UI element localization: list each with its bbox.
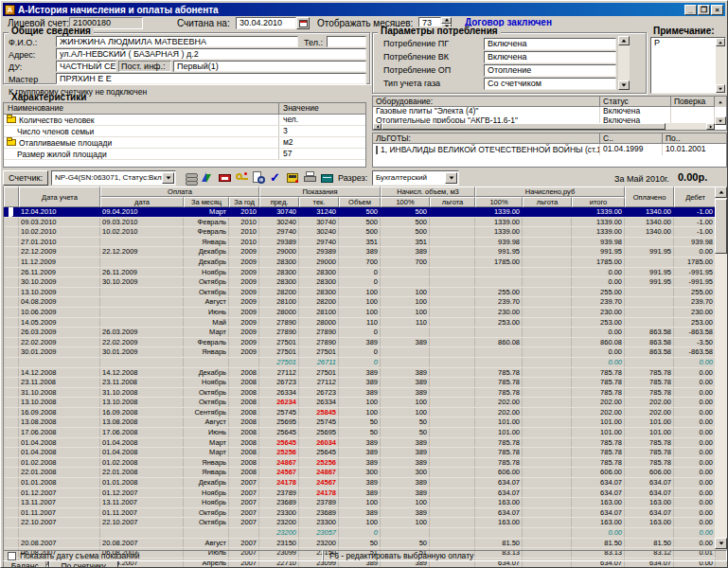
scroll-thumb[interactable] (715, 199, 727, 254)
equipment-col-check[interactable]: Поверка (671, 97, 715, 107)
equipment-hscrollbar[interactable] (373, 123, 715, 130)
equipment-title[interactable]: Оборудование: (373, 97, 600, 107)
header-date-uch[interactable]: Дата учета (19, 186, 100, 207)
scroll-down-icon[interactable] (715, 116, 726, 125)
chevron-down-icon[interactable] (162, 172, 174, 184)
table-row[interactable]: 275012671100.000.00 (4, 358, 716, 368)
post-info-input[interactable]: Первый(1) (173, 61, 366, 72)
table-row[interactable]: Отапливаемые площадим2 (4, 137, 365, 149)
table-row[interactable]: Число членов семьи3 (4, 126, 365, 137)
table-row[interactable]: 26.03.200926.03.2009Март2009278902789000… (4, 328, 716, 338)
header-nachisl-obem[interactable]: Начисл. объем, м3 (381, 186, 475, 197)
header-100-obem[interactable]: 100% (381, 197, 430, 207)
master-input[interactable]: ПРЯХИН Е Е (56, 73, 366, 84)
table-row[interactable]: 10.02.201010.02.2010Февраль2010297403024… (4, 227, 716, 238)
scroll-down-icon[interactable] (716, 84, 725, 93)
header-100-rub[interactable]: 100% (475, 197, 523, 207)
table-row[interactable]: 11.12.2009Декабрь20092830029000700700178… (4, 257, 716, 268)
header-oplacheno[interactable]: Оплачено (625, 186, 674, 207)
table-row[interactable]: 30.01.200930.01.2009Январь20092750127501… (4, 347, 716, 358)
table-row[interactable]: 13.10.2009Октябрь20092820028300100100255… (4, 288, 716, 298)
table-row[interactable]: 30.10.200930.10.2009Октябрь2009283002830… (4, 277, 716, 288)
benefit-checkbox[interactable] (376, 146, 378, 154)
table-row[interactable]: 20.08.200720.08.2007Август20072315023200… (4, 539, 716, 549)
consumption-param-value[interactable]: Включена (484, 51, 616, 63)
table-row[interactable]: 04.08.2009Август20092810028200100100239.… (4, 297, 716, 308)
header-oplata[interactable]: Оплата (100, 186, 259, 197)
equipment-col-status[interactable]: Статус (600, 97, 671, 107)
table-row[interactable]: 31.10.200831.10.2008Октябрь2008263342672… (4, 388, 716, 399)
benefits-col-from[interactable]: С.. (600, 133, 663, 144)
meter-combo[interactable]: NP-G4(SN:063071, Статус:Включ (51, 170, 176, 186)
address-input[interactable]: ул.АЛ-НЕВСКИЙ ( БАЗАРНАЯ ) д.2 (56, 48, 366, 60)
scroll-down-icon[interactable] (618, 80, 630, 90)
table-row[interactable]: 22.01.200822.01.2008Январь20082456724867… (4, 468, 716, 478)
header-obem[interactable]: Объем (339, 197, 381, 207)
scroll-down-icon[interactable] (715, 538, 727, 549)
table-row[interactable]: 01.11.200701.11.2007Октябрь2007233002368… (4, 508, 716, 519)
tel-input[interactable] (327, 36, 366, 47)
meter-button[interactable]: Счетчик: (3, 170, 48, 186)
note-textarea[interactable]: Р (650, 37, 726, 94)
razrez-combo[interactable]: Бухгалтерский (372, 170, 459, 186)
col-value-header[interactable]: Значение (279, 103, 365, 115)
scroll-thumb[interactable] (382, 123, 666, 130)
consumption-param-value[interactable]: Со счетчиком (484, 78, 616, 90)
chevron-down-icon[interactable] (445, 172, 457, 184)
table-row[interactable]: 10.06.2009Июнь20092800028100100100230.00… (4, 308, 716, 318)
scroll-up-icon[interactable] (618, 36, 630, 45)
table-row[interactable]: Газовые плиты "Электа (4)"Включена (373, 107, 726, 116)
tab-active[interactable]: По счетчику (48, 561, 117, 568)
table-row[interactable]: 22.10.200722.10.2007Октябрь2007232002330… (4, 518, 716, 528)
header-za-god[interactable]: За год (229, 197, 259, 207)
table-row[interactable]: 01.12.200701.12.2007Ноябрь20072378924178… (4, 488, 716, 499)
benefits-col-to[interactable]: По.. (663, 133, 726, 144)
table-row[interactable]: 27.01.2010Январь20102938929740351351939.… (4, 238, 716, 248)
table-row[interactable]: 232002305700.000.00 (4, 528, 716, 539)
book-icon[interactable] (319, 170, 335, 186)
scroll-right-icon[interactable] (706, 123, 715, 130)
scroll-up-icon[interactable] (715, 186, 727, 198)
header-nachisleno[interactable]: Начислено,руб (475, 186, 625, 197)
compass-icon[interactable] (200, 170, 216, 186)
table-row[interactable]: 01.01.200801.01.2008Декабрь2007241782456… (4, 478, 716, 488)
table-row[interactable]: 13.08.200813.08.2008Август20082569525745… (4, 417, 716, 428)
table-row[interactable]: 1, ИНВАЛИДЫ ВЕЛИКОЙ ОТЕЧЕСТВЕННОЙ ВОЙНЫ … (373, 144, 726, 155)
header-pokazaniya[interactable]: Показания (259, 186, 381, 197)
header-data[interactable]: дата (100, 197, 184, 207)
benefits-title[interactable]: ЛЬГОТЫ: (373, 133, 600, 144)
check-edit-icon[interactable]: ✓ (268, 170, 284, 186)
table-row[interactable]: 12.04.201009.04.2010Март2010307403124050… (4, 207, 716, 218)
consumption-scrollbar[interactable] (618, 36, 630, 90)
header-tek[interactable]: тек. (299, 197, 339, 207)
header-lgota-rub[interactable]: льгота (523, 197, 572, 207)
meter-device-icon[interactable] (285, 170, 301, 186)
table-row[interactable]: 17.06.200817.06.2008Июнь2008256452569550… (4, 428, 716, 438)
read-on-date-input[interactable]: 30.04.2010 (236, 17, 296, 29)
table-row[interactable]: 01.04.200801.04.2008Март2008252562564538… (4, 448, 716, 458)
table-row[interactable]: 14.12.200814.12.2008Декабрь2008271122750… (4, 368, 716, 379)
table-row[interactable]: 22.02.200922.02.2009Февраль2009275012789… (4, 338, 716, 348)
table-row[interactable]: Размер жилой площади57 (4, 149, 365, 160)
magnifier-document-icon[interactable] (251, 170, 267, 186)
table-row[interactable]: 09.03.201009.03.2010Февраль2010302403074… (4, 218, 716, 228)
col-name-header[interactable]: Наименование (4, 103, 279, 115)
note-scrollbar[interactable] (716, 38, 725, 93)
header-za-mesyac[interactable]: За месяц (184, 197, 229, 207)
table-row[interactable]: 13.11.200713.11.2007Ноябрь20072368923789… (4, 498, 716, 508)
table-row[interactable]: 13.10.200813.10.2008Октябрь2008262342633… (4, 398, 716, 408)
close-button[interactable]: × (711, 5, 723, 15)
minimize-button[interactable]: _ (684, 5, 697, 15)
header-debet[interactable]: Дебет (674, 186, 716, 207)
key-icon[interactable] (234, 170, 250, 186)
table-row[interactable]: Количество человекчел. (4, 115, 365, 126)
table-row[interactable]: 14.05.2009Май20092789028000110110253.002… (4, 318, 716, 328)
table-row[interactable]: 01.02.200801.02.2008Январь20082486725256… (4, 458, 716, 469)
maximize-button[interactable]: ❐ (698, 5, 710, 15)
table-row[interactable]: 22.12.200922.12.2009Декабрь2009290002938… (4, 247, 716, 257)
consumption-param-value[interactable]: Включена (484, 38, 616, 50)
header-lgota-obem[interactable]: льгота (430, 197, 475, 207)
fio-input[interactable]: ЖИНЖИНА ЛЮДМИЛА МАТВЕЕВНА (56, 36, 298, 47)
header-itogo[interactable]: итого (572, 197, 625, 207)
consumption-param-value[interactable]: Отопление (484, 64, 616, 77)
